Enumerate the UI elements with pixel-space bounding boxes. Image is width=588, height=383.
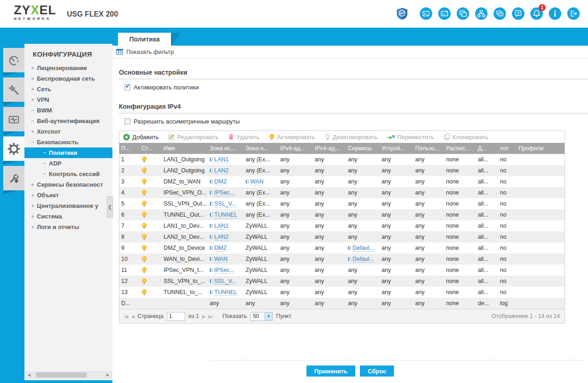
deactivate-button[interactable]: Деактивировать — [325, 134, 377, 141]
table-row-3[interactable]: 3DMZ_to_WANDMZWANanyanyanyanyanynoneall.… — [119, 176, 564, 187]
delete-button[interactable]: Удалить — [228, 134, 259, 141]
sidebar-item-объект[interactable]: +Объект — [24, 190, 112, 200]
cell-from-zone-link[interactable]: TUNNEL — [214, 289, 237, 296]
edit-button[interactable]: Редактировать — [168, 134, 218, 141]
table-row-14[interactable]: D...anyanyanyanyanyanyanynonede...log — [119, 298, 564, 309]
column-header-12[interactable]: лог — [498, 145, 517, 152]
sidebar-item-контроль-сессий[interactable]: −Контроль сессий — [24, 169, 112, 179]
cell-from-zone-link[interactable]: TUNNEL — [214, 212, 237, 218]
first-page-button[interactable]: |◀ — [124, 314, 128, 319]
column-header-13[interactable]: Профили — [517, 145, 564, 152]
scrollbar-thumb[interactable] — [36, 372, 87, 377]
move-button[interactable]: N Переместить — [387, 134, 434, 141]
nav-wizard-button[interactable] — [3, 77, 24, 102]
cell-from-zone-link[interactable]: DMZ — [214, 178, 227, 185]
web-console-icon[interactable] — [420, 7, 432, 20]
cell-from-zone-link[interactable]: WAN — [214, 256, 228, 263]
last-page-button[interactable]: ▶| — [209, 314, 212, 319]
column-header-9[interactable]: Пользо... — [413, 145, 444, 152]
show-filter-button[interactable]: Показать фильтр — [112, 46, 588, 59]
expand-toggle-icon[interactable]: + — [31, 200, 37, 211]
column-header-10[interactable]: Распис... — [444, 145, 476, 152]
sidebar-item-политики[interactable]: −Политики — [24, 147, 112, 158]
apply-button[interactable]: Применить — [306, 365, 355, 377]
cell-from-zone-link[interactable]: IPSec... — [214, 189, 235, 196]
cell-from-zone-link[interactable]: IPSec... — [214, 267, 235, 274]
table-row-10[interactable]: 10WAN_to_Devi...WANZyWALLanyanyDefaul...… — [119, 253, 564, 265]
cell-from-zone-link[interactable]: SSL_V... — [214, 200, 236, 207]
cell-service-link[interactable]: Defaul... — [353, 245, 374, 252]
table-row-4[interactable]: 4IPSec_VPN_O...IPSec...any (Ex...anyanya… — [119, 187, 564, 198]
column-header-4[interactable]: Зона н... — [244, 145, 278, 152]
clone-button[interactable]: Клонировать — [444, 134, 488, 141]
expand-toggle-icon[interactable]: + — [31, 222, 37, 232]
nav-monitor-button[interactable] — [3, 107, 24, 131]
next-page-button[interactable]: ▶ — [202, 314, 206, 319]
add-button[interactable]: Добавить — [123, 134, 159, 141]
expand-toggle-icon[interactable]: + — [31, 190, 37, 200]
sidebar-item-беспроводная-сеть[interactable]: +Беспроводная сеть — [24, 73, 112, 84]
table-row-13[interactable]: 13TUNNEL_to_...TUNNELZyWALLanyanyanyanya… — [119, 287, 564, 298]
table-row-11[interactable]: 11IPSec_VPN_t...IPSec...ZyWALLanyanyanya… — [119, 265, 564, 276]
sidebar-item-хотспот[interactable]: +Хотспот — [24, 126, 112, 137]
expand-toggle-icon[interactable]: − — [31, 137, 37, 147]
expand-toggle-icon[interactable]: + — [31, 63, 37, 73]
sidebar-item-централизованное-у[interactable]: +Централизованное у — [24, 200, 112, 211]
about-icon[interactable] — [549, 7, 561, 20]
nav-dashboard-button[interactable] — [3, 48, 24, 72]
table-row-5[interactable]: 5SSL_VPN_Out...SSL_V...any (Ex...anyanya… — [119, 198, 564, 209]
help-icon[interactable]: ? — [512, 7, 524, 20]
sidebar-item-безопасность[interactable]: −Безопасность — [24, 137, 112, 147]
expand-toggle-icon[interactable]: + — [31, 211, 37, 222]
cell-to-zone-link[interactable]: WAN — [250, 178, 264, 185]
column-header-6[interactable]: IPv4-ад... — [313, 145, 346, 152]
expand-toggle-icon[interactable]: + — [31, 126, 37, 137]
sidebar-item-vpn[interactable]: +VPN — [24, 94, 112, 105]
cell-from-zone-link[interactable]: LAN2 — [214, 167, 229, 174]
column-header-0[interactable]: П... — [119, 145, 140, 152]
sidebar-item-веб-аутентификация[interactable]: −Веб-аутентификация — [24, 116, 112, 126]
expand-toggle-icon[interactable]: − — [31, 116, 37, 126]
column-header-3[interactable]: Зона ис... — [208, 145, 244, 152]
sidebar-item-система[interactable]: +Система — [24, 211, 112, 222]
column-header-7[interactable]: Сервисы — [346, 145, 380, 152]
table-row-6[interactable]: 6TUNNEL_Out...TUNNELany (Ex...anyanyanya… — [119, 209, 564, 220]
table-row-12[interactable]: 12SSL_VPN_to_...SSL_V...ZyWALLanyanyanya… — [119, 276, 564, 287]
table-row-1[interactable]: 1LAN1_OutgoingLAN1any (Ex...anyanyanyany… — [119, 154, 564, 165]
cell-from-zone-link[interactable]: LAN2 — [214, 234, 229, 241]
expand-toggle-icon[interactable]: + — [31, 94, 37, 105]
scroll-left-icon[interactable]: ◀ — [26, 373, 32, 377]
scroll-right-icon[interactable]: ▶ — [105, 373, 111, 377]
table-row-2[interactable]: 2LAN2_OutgoingLAN2any (Ex...anyanyanyany… — [119, 165, 564, 176]
page-size-select[interactable]: 50 ▼ — [250, 312, 273, 321]
column-header-11[interactable]: Д... — [476, 145, 498, 152]
cell-from-zone-link[interactable]: SSL_V... — [214, 278, 236, 285]
expand-toggle-icon[interactable]: − — [31, 105, 37, 116]
expand-toggle-icon[interactable]: + — [31, 73, 37, 84]
cell-from-zone-link[interactable]: LAN1 — [214, 156, 229, 163]
sidebar-collapse-handle[interactable]: ❮ — [107, 196, 113, 218]
forum-icon[interactable] — [494, 7, 506, 20]
activate-policies-checkbox[interactable] — [124, 84, 130, 90]
sidebar-item-лицензирование[interactable]: +Лицензирование — [24, 63, 112, 73]
sidebar-item-bwm[interactable]: −BWM — [24, 105, 112, 116]
sidebar-item-adp[interactable]: −ADP — [24, 158, 112, 169]
expand-toggle-icon[interactable]: − — [43, 158, 49, 169]
tab-policy[interactable]: Политика — [118, 33, 171, 46]
column-header-5[interactable]: IPv4-ад... — [278, 145, 313, 152]
activate-button[interactable]: Активировать — [269, 134, 315, 141]
expand-toggle-icon[interactable]: + — [31, 84, 37, 94]
reference-windows-icon[interactable] — [457, 7, 469, 20]
cell-from-zone-link[interactable]: LAN1 — [214, 223, 229, 230]
cell-service-link[interactable]: Defaul... — [353, 256, 374, 263]
prev-page-button[interactable]: ◀ — [131, 314, 134, 319]
cell-from-zone-link[interactable]: DMZ — [214, 245, 227, 252]
table-row-8[interactable]: 8LAN2_to_Dev...LAN2ZyWALLanyanyanyanyany… — [119, 231, 564, 242]
site-map-icon[interactable] — [475, 7, 488, 20]
column-header-1[interactable]: Ст... — [140, 145, 162, 152]
table-row-7[interactable]: 7LAN1_to_Dev...LAN1ZyWALLanyanyanyanyany… — [119, 220, 564, 231]
notification-icon[interactable]: 1 — [530, 7, 543, 20]
column-header-8[interactable]: Устрой... — [380, 145, 413, 152]
nav-configuration-button[interactable] — [3, 136, 24, 161]
page-number-input[interactable] — [167, 312, 185, 321]
